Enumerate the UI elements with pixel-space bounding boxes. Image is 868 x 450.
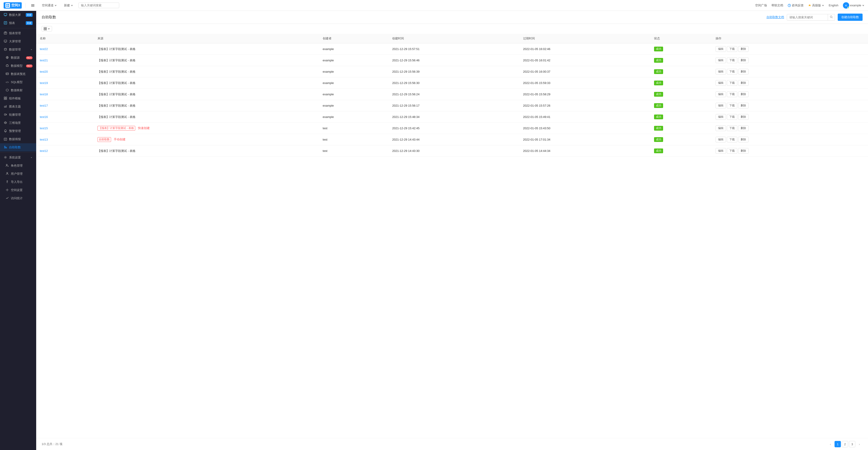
row-name-link[interactable]: test19: [40, 81, 48, 85]
edit-button[interactable]: 编辑: [716, 148, 726, 154]
delete-button[interactable]: 删除: [738, 114, 749, 120]
advanced-link[interactable]: 高级版: [808, 3, 824, 7]
row-name-link[interactable]: test17: [40, 104, 48, 107]
sidebar-item-3d-scene[interactable]: 三维场景: [0, 119, 36, 127]
cell-source: 【报表】计算字段测试 - 表格: [94, 89, 319, 100]
page-2-btn-bottom[interactable]: 2: [842, 441, 848, 447]
download-button[interactable]: 下载: [727, 80, 737, 86]
download-button[interactable]: 下载: [727, 148, 737, 154]
edit-button[interactable]: 编辑: [716, 57, 726, 63]
user-menu[interactable]: e example: [843, 2, 864, 8]
nav-sidebar-toggle[interactable]: [29, 3, 36, 8]
download-button[interactable]: 下载: [727, 114, 737, 120]
row-name-link[interactable]: test15: [40, 126, 48, 130]
new-btn-top[interactable]: 新建: [62, 2, 75, 8]
row-name-link[interactable]: test18: [40, 92, 48, 96]
col-actions: 操作: [712, 34, 868, 44]
edit-button[interactable]: 编辑: [716, 125, 726, 131]
sidebar-item-role-management[interactable]: 角色管理: [0, 162, 36, 170]
download-button[interactable]: 下载: [727, 137, 737, 142]
delete-button[interactable]: 删除: [738, 80, 749, 86]
svg-rect-13: [4, 40, 7, 42]
row-name-link[interactable]: test20: [40, 70, 48, 73]
help-docs-link[interactable]: 帮助文档: [771, 3, 783, 7]
grid-view-button[interactable]: [41, 26, 52, 31]
edit-button[interactable]: 编辑: [716, 69, 726, 75]
sidebar-item-sql-model[interactable]: </> SQL模型: [0, 78, 36, 86]
user-avatar[interactable]: e: [843, 2, 849, 8]
cell-creator: example: [319, 89, 389, 100]
delete-button[interactable]: 删除: [738, 148, 749, 154]
edit-button[interactable]: 编辑: [716, 103, 726, 108]
download-button[interactable]: 下载: [727, 57, 737, 63]
page-1-btn-bottom[interactable]: 1: [835, 441, 841, 447]
sidebar-item-import-export[interactable]: 导入导出: [0, 178, 36, 186]
edit-button[interactable]: 编辑: [716, 80, 726, 86]
sidebar-item-data-report[interactable]: 数据填报: [0, 135, 36, 143]
sidebar-item-user-management[interactable]: 用户管理: [0, 170, 36, 178]
row-name-link[interactable]: test12: [40, 149, 48, 152]
delete-button[interactable]: 删除: [738, 46, 749, 52]
sidebar-item-screen-management[interactable]: 大屏管理: [0, 37, 36, 46]
sidebar-item-system-settings[interactable]: 系统设置: [0, 153, 36, 162]
status-badge: 成功: [654, 69, 663, 74]
prev-page-btn-bottom[interactable]: ‹: [827, 441, 834, 447]
row-name-link[interactable]: test16: [40, 115, 48, 119]
edit-button[interactable]: 编辑: [716, 137, 726, 142]
sidebar-item-data-model[interactable]: 数据模型 HOT: [0, 62, 36, 70]
sidebar-item-chart-theme[interactable]: 图表主题: [0, 103, 36, 111]
app-name: 空间3: [11, 3, 20, 7]
space-plaza-link[interactable]: 空间广场: [755, 3, 767, 7]
sidebar-item-self-fetch[interactable]: 自助取数: [0, 143, 36, 151]
sidebar-item-component-template[interactable]: 组件模板: [0, 94, 36, 103]
doc-link[interactable]: 自助取数文档: [767, 15, 784, 19]
svg-rect-0: [6, 4, 7, 5]
sidebar-item-data-management[interactable]: 数据管理: [0, 46, 36, 54]
delete-button[interactable]: 删除: [738, 137, 749, 142]
download-button[interactable]: 下载: [727, 91, 737, 97]
sidebar-item-data-source[interactable]: 数据源 HOT: [0, 54, 36, 62]
sidebar-item-broadcast[interactable]: 轮播管理: [0, 111, 36, 119]
cell-actions: 编辑下载删除: [712, 134, 868, 145]
download-button[interactable]: 下载: [727, 69, 737, 75]
data-screen-new-btn[interactable]: 新建: [26, 13, 33, 17]
search-input[interactable]: [787, 15, 828, 20]
table-row: test18【报表】计算字段测试 - 表格example2021-12-29 1…: [36, 89, 868, 100]
sidebar-item-alarm[interactable]: 预警管理: [0, 127, 36, 135]
app-logo[interactable]: 空间3: [4, 2, 22, 8]
delete-button[interactable]: 删除: [738, 103, 749, 108]
edit-button[interactable]: 编辑: [716, 91, 726, 97]
status-badge: 成功: [654, 148, 663, 153]
search-button[interactable]: [828, 14, 835, 20]
space-channel-menu[interactable]: 空间通道: [40, 2, 59, 8]
sidebar-item-data-screen[interactable]: 数据大屏 新建: [0, 11, 36, 19]
page-3-btn-bottom[interactable]: 3: [849, 441, 855, 447]
delete-button[interactable]: 删除: [738, 57, 749, 63]
report-new-btn[interactable]: 新建: [26, 21, 33, 25]
cell-expires-at: 2022-01-05 15:59:33: [520, 77, 650, 89]
download-button[interactable]: 下载: [727, 103, 737, 108]
global-search-input[interactable]: [79, 2, 119, 8]
sidebar-item-access-stats[interactable]: 访问统计: [0, 194, 36, 202]
sidebar-item-data-preview[interactable]: 数据表预览: [0, 70, 36, 78]
cell-created-at: 2021-12-29 15:56:17: [389, 100, 520, 111]
sidebar-item-space-settings[interactable]: 空间设置: [0, 186, 36, 194]
download-button[interactable]: 下载: [727, 46, 737, 52]
language-selector[interactable]: English: [829, 4, 838, 7]
feedback-link[interactable]: 咨询反馈: [788, 3, 804, 7]
row-name-link[interactable]: test22: [40, 47, 48, 51]
edit-button[interactable]: 编辑: [716, 46, 726, 52]
row-name-link[interactable]: test21: [40, 59, 48, 62]
row-name-link[interactable]: test13: [40, 138, 48, 141]
delete-button[interactable]: 删除: [738, 91, 749, 97]
sidebar-item-report-management[interactable]: 报表管理: [0, 29, 36, 37]
download-button[interactable]: 下载: [727, 125, 737, 131]
create-self-fetch-button[interactable]: 创建自助取数: [838, 13, 863, 21]
sidebar-item-report[interactable]: 报表 新建: [0, 19, 36, 27]
table-row: test21【报表】计算字段测试 - 表格example2021-12-29 1…: [36, 55, 868, 66]
edit-button[interactable]: 编辑: [716, 114, 726, 120]
next-page-btn-bottom[interactable]: ›: [856, 441, 863, 447]
delete-button[interactable]: 删除: [738, 125, 749, 131]
delete-button[interactable]: 删除: [738, 69, 749, 75]
sidebar-item-data-mapping[interactable]: 数值映射: [0, 86, 36, 94]
